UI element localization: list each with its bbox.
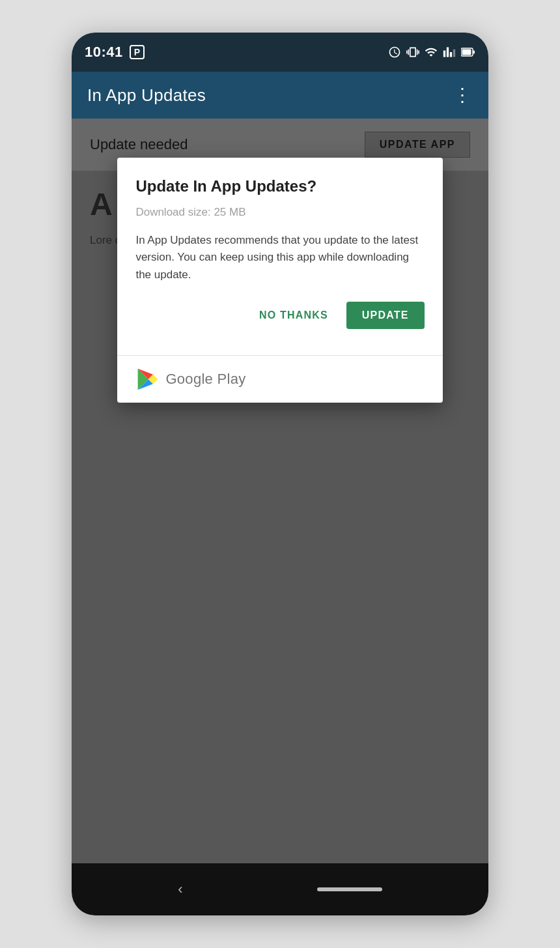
bottom-nav: ‹ xyxy=(72,863,488,915)
dialog-body: Update In App Updates? Download size: 25… xyxy=(117,158,442,355)
svg-rect-1 xyxy=(462,50,471,55)
home-pill[interactable] xyxy=(317,887,382,891)
overlay-scrim: Update In App Updates? Download size: 25… xyxy=(72,119,488,863)
svg-rect-2 xyxy=(473,51,475,54)
dialog-title: Update In App Updates? xyxy=(135,177,424,195)
more-options-icon[interactable]: ⋮ xyxy=(453,86,473,104)
dialog-actions: NO THANKS UPDATE xyxy=(135,302,424,342)
main-content: Update needed UPDATE APP A Lore do e ali… xyxy=(72,119,488,863)
back-button[interactable]: ‹ xyxy=(178,881,182,898)
p-icon: P xyxy=(130,45,145,59)
update-button[interactable]: UPDATE xyxy=(346,302,425,329)
phone-frame: 10:41 P xyxy=(72,33,488,915)
alarm-icon xyxy=(388,46,401,59)
app-bar-title: In App Updates xyxy=(87,85,206,106)
status-bar: 10:41 P xyxy=(72,33,488,72)
signal-icon xyxy=(443,46,456,59)
vibrate-icon xyxy=(406,46,419,59)
dialog-download-size: Download size: 25 MB xyxy=(135,206,424,219)
status-bar-left: 10:41 P xyxy=(85,44,145,61)
status-time: 10:41 xyxy=(85,44,123,61)
status-bar-right xyxy=(388,46,475,59)
dialog-message: In App Updates recommends that you updat… xyxy=(135,232,424,283)
no-thanks-button[interactable]: NO THANKS xyxy=(251,303,336,328)
google-play-label: Google Play xyxy=(165,371,245,388)
dialog-footer: Google Play xyxy=(117,356,442,403)
update-dialog: Update In App Updates? Download size: 25… xyxy=(117,158,442,403)
battery-icon xyxy=(461,48,475,57)
google-play-icon xyxy=(135,367,159,391)
app-bar: In App Updates ⋮ xyxy=(72,72,488,119)
wifi-icon xyxy=(425,46,438,59)
